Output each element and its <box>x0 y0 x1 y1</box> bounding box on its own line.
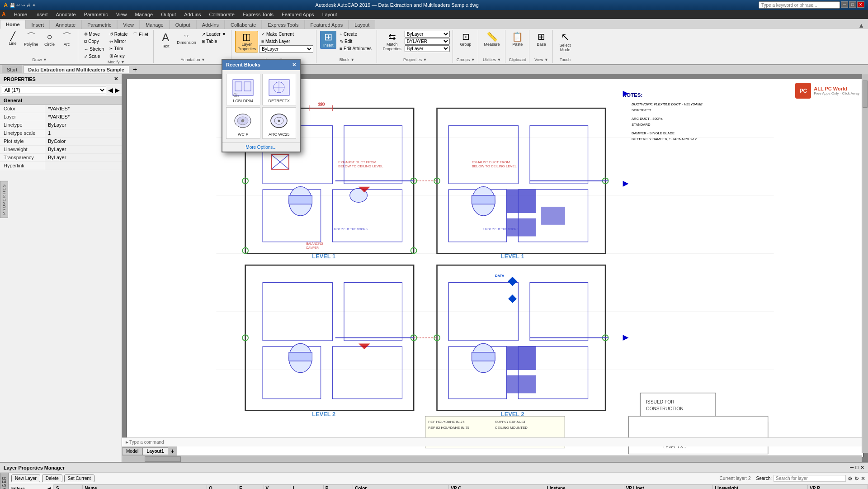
tab-layout[interactable]: Layout <box>349 20 375 29</box>
command-input[interactable] <box>129 440 859 445</box>
tab-collaborate[interactable]: Collaborate <box>225 20 262 29</box>
layer-panel-close-icon[interactable]: ✕ <box>861 475 865 482</box>
properties-close[interactable]: ✕ <box>114 76 118 82</box>
ribbon-search[interactable] <box>759 1 840 9</box>
close-button[interactable]: ✕ <box>857 1 864 8</box>
ribbon-minimize[interactable]: ▲ <box>854 22 868 29</box>
menu-addins[interactable]: Add-ins <box>180 11 204 18</box>
copy-button[interactable]: ⧉ Copy <box>82 38 106 45</box>
move-button[interactable]: ✥ Move <box>82 31 106 38</box>
block-item-lcbldp04[interactable]: DREF DN0 LCBLDP04 <box>226 74 260 105</box>
nav-prev-icon[interactable]: ◀ <box>108 86 113 94</box>
circle-button[interactable]: ○ Circle <box>42 31 58 48</box>
properties-side-tab[interactable]: PROPERTIES <box>0 181 8 218</box>
make-current-button[interactable]: ✓ Make Current <box>259 31 313 38</box>
model-tab[interactable]: Model <box>122 447 142 455</box>
menu-collaborate[interactable]: Collaborate <box>206 11 238 18</box>
menu-layout[interactable]: Layout <box>319 11 341 18</box>
tab-drawing[interactable]: Data Extraction and Multileaders Sample <box>23 66 129 73</box>
edit-attributes-button[interactable]: ≡ Edit Attributes <box>337 45 373 52</box>
new-tab-button[interactable]: + <box>130 66 140 74</box>
maximize-button[interactable]: □ <box>849 1 856 8</box>
table-button[interactable]: ⊞ Table <box>199 38 229 45</box>
menu-home[interactable]: Home <box>10 11 31 18</box>
menu-manage[interactable]: Manage <box>131 11 156 18</box>
group-button[interactable]: ⊡ Group <box>458 31 474 48</box>
stretch-button[interactable]: ↔ Stretch <box>82 46 106 52</box>
delete-layer-button[interactable]: Delete <box>42 475 62 482</box>
menu-featured[interactable]: Featured Apps <box>278 11 318 18</box>
block-item-arcwc25[interactable]: ARC WC25 <box>262 107 297 139</box>
tab-express[interactable]: Express Tools <box>262 20 304 29</box>
tab-parametric[interactable]: Parametric <box>81 20 117 29</box>
menu-view[interactable]: View <box>113 11 131 18</box>
set-current-layer-button[interactable]: Set Current <box>64 475 94 482</box>
more-options-link[interactable]: More Options... <box>222 142 300 152</box>
horizontal-scrollbar[interactable] <box>122 456 862 462</box>
minimize-button[interactable]: ─ <box>841 1 848 8</box>
layer-panel-settings-icon[interactable]: ⚙ <box>848 475 853 482</box>
plot-style-value[interactable]: ByColor <box>45 138 122 145</box>
new-layer-button[interactable]: New Layer <box>11 475 40 482</box>
create-button[interactable]: + Create <box>337 31 373 38</box>
layer-value[interactable]: *VARIES* <box>45 113 122 121</box>
block-item-wcp[interactable]: WC P <box>226 107 260 139</box>
fillet-button[interactable]: ⌒ Fillet <box>131 31 151 39</box>
menu-output[interactable]: Output <box>157 11 179 18</box>
menu-express[interactable]: Express Tools <box>239 11 277 18</box>
base-button[interactable]: ⊞ Base <box>533 31 550 48</box>
paste-button[interactable]: 📋 Paste <box>509 31 526 48</box>
linetype-scale-value[interactable]: 1 <box>45 129 122 137</box>
polyline-button[interactable]: ⌒ Polyline <box>22 31 41 48</box>
dimension-button[interactable]: ↔ Dimension <box>175 31 198 46</box>
lineweight-value[interactable]: ByLayer <box>45 146 122 153</box>
linetype-value[interactable]: ByLayer <box>45 121 122 129</box>
new-layout-button[interactable]: + <box>168 446 177 456</box>
transparency-value[interactable]: ByLayer <box>45 154 122 161</box>
menu-parametric[interactable]: Parametric <box>80 11 112 18</box>
object-type-selector[interactable]: All (17) <box>2 86 106 94</box>
match-properties-button[interactable]: ⇆ MatchProperties <box>381 31 404 52</box>
layer-panel-close[interactable]: ✕ <box>860 465 864 470</box>
general-section-header[interactable]: General <box>0 96 122 105</box>
layer-panel-minimize[interactable]: ─ <box>850 465 854 470</box>
menu-insert[interactable]: Insert <box>32 11 52 18</box>
tab-start[interactable]: Start <box>2 66 22 73</box>
layer-search-input[interactable] <box>774 475 846 482</box>
nav-next-icon[interactable]: ▶ <box>115 86 120 94</box>
tab-output[interactable]: Output <box>170 20 196 29</box>
tab-manage[interactable]: Manage <box>140 20 170 29</box>
block-popup-close[interactable]: ✕ <box>292 62 296 68</box>
layout1-tab[interactable]: Layout1 <box>142 447 168 455</box>
filter-collapse-icon[interactable]: ◀ <box>47 486 51 489</box>
array-button[interactable]: ⊞ Array <box>107 52 130 59</box>
lineweight-selector[interactable]: ByLayer <box>405 45 450 52</box>
tab-annotate[interactable]: Annotate <box>50 20 81 29</box>
linetype-selector[interactable]: BYLAYER <box>405 38 450 45</box>
trim-button[interactable]: ✂ Trim <box>107 45 130 52</box>
measure-button[interactable]: 📏 Measure <box>482 31 502 48</box>
arc-button[interactable]: ⌒ Arc <box>59 31 75 48</box>
select-mode-button[interactable]: ↖ SelectMode <box>557 31 573 53</box>
mirror-button[interactable]: ⇔ Mirror <box>107 38 130 45</box>
tab-home[interactable]: Home <box>0 20 26 29</box>
menu-annotate[interactable]: Annotate <box>52 11 80 18</box>
layer-properties-button[interactable]: ◫ LayerProperties <box>235 31 258 52</box>
leader-button[interactable]: ↗ Leader ▼ <box>199 31 229 38</box>
tab-insert[interactable]: Insert <box>26 20 50 29</box>
layer-panel-restore[interactable]: □ <box>855 465 859 470</box>
color-value[interactable]: *VARIES* <box>45 105 122 113</box>
scale-button[interactable]: ⤢ Scale <box>82 53 106 60</box>
text-button[interactable]: A Text <box>157 31 174 50</box>
edit-button[interactable]: ✎ Edit <box>337 38 373 45</box>
match-layer-button[interactable]: ≡ Match Layer <box>259 38 313 45</box>
tab-addins[interactable]: Add-ins <box>196 20 225 29</box>
vertical-scrollbar[interactable] <box>862 74 868 453</box>
tab-featured[interactable]: Featured Apps <box>305 20 349 29</box>
line-button[interactable]: ╱ Line <box>5 31 21 47</box>
rotate-button[interactable]: ↺ Rotate <box>107 31 130 38</box>
insert-button[interactable]: ⊞ Insert <box>320 31 336 49</box>
tab-view[interactable]: View <box>117 20 140 29</box>
color-selector[interactable]: ByLayer <box>405 31 450 38</box>
block-item-detreftx[interactable]: DETREFTX <box>262 74 297 105</box>
